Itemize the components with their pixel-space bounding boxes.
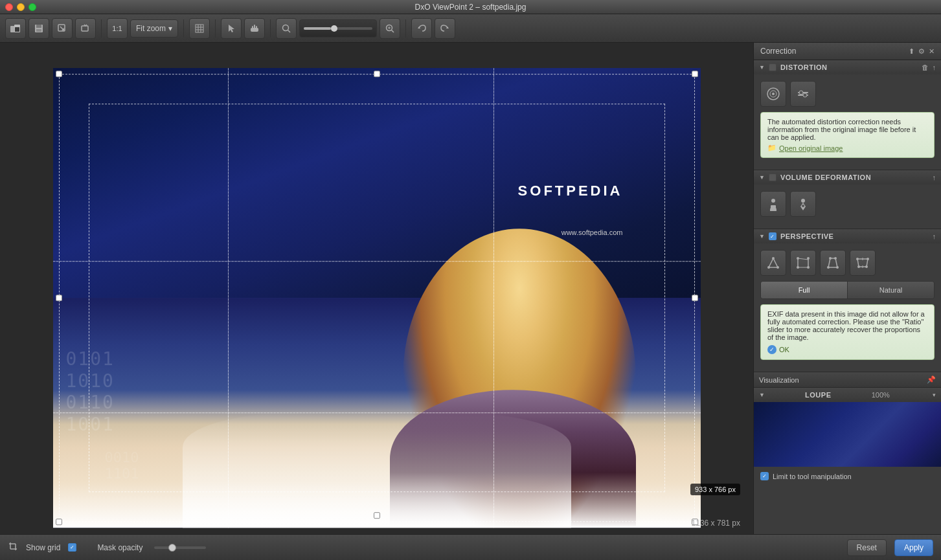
loupe-percent-arrow[interactable]: ▾ bbox=[933, 392, 936, 398]
distortion-section: ▼ DISTORTION 🗑 ↑ bbox=[754, 60, 941, 170]
handle-top-center[interactable] bbox=[374, 71, 380, 77]
svg-rect-4 bbox=[36, 25, 41, 28]
ok-label: OK bbox=[779, 346, 789, 353]
image-background: 0101101001101001 00101101 bbox=[53, 68, 701, 528]
distortion-content: The automated distortion correction need… bbox=[754, 74, 941, 170]
mask-opacity-thumb[interactable] bbox=[168, 544, 176, 552]
loupe-arrow-icon: ▼ bbox=[759, 392, 765, 398]
perspective-section: ▼ ✓ PERSPECTIVE ↑ bbox=[754, 229, 941, 372]
canvas-area[interactable]: 0101101001101001 00101101 SOFTPEDIA www.… bbox=[0, 43, 753, 534]
perspective-tool-4-btn[interactable] bbox=[850, 250, 876, 276]
lens-auto-btn[interactable] bbox=[760, 81, 786, 107]
redo-btn[interactable] bbox=[435, 18, 455, 39]
ok-btn[interactable]: ✓ OK bbox=[767, 345, 927, 354]
select-tool-btn[interactable] bbox=[221, 18, 242, 39]
export-btn[interactable] bbox=[52, 18, 73, 39]
search-zoom-btn[interactable] bbox=[276, 18, 297, 39]
volume-tools bbox=[760, 191, 935, 217]
perspective-up-icon[interactable]: ↑ bbox=[933, 232, 936, 240]
maximize-window-btn[interactable] bbox=[28, 3, 36, 11]
volume-deformation-header[interactable]: ▼ VOLUME DEFORMATION ↑ bbox=[754, 170, 941, 185]
volume-title: VOLUME DEFORMATION bbox=[780, 174, 929, 181]
toolbar-separator-5 bbox=[405, 19, 406, 38]
visualization-title: Visualization bbox=[759, 376, 799, 384]
loupe-preview bbox=[754, 402, 941, 467]
svg-point-61 bbox=[867, 258, 869, 260]
distortion-up-icon[interactable]: ↑ bbox=[933, 63, 936, 71]
perspective-section-header[interactable]: ▼ ✓ PERSPECTIVE ↑ bbox=[754, 229, 941, 243]
svg-point-52 bbox=[807, 266, 810, 269]
reset-btn[interactable]: Reset bbox=[847, 539, 887, 556]
perspective-tool-3-btn[interactable] bbox=[820, 250, 846, 276]
handle-bottom-center[interactable] bbox=[374, 512, 380, 519]
apply-btn[interactable]: Apply bbox=[894, 539, 933, 556]
svg-point-33 bbox=[799, 91, 803, 95]
handle-mid-right[interactable] bbox=[692, 295, 698, 301]
mask-opacity-slider[interactable] bbox=[154, 546, 206, 549]
perspective-tools bbox=[760, 250, 935, 276]
handle-mid-left[interactable] bbox=[56, 295, 62, 301]
minimize-window-btn[interactable] bbox=[17, 3, 25, 11]
perspective-content: Full Natural EXIF data present in this i… bbox=[754, 243, 941, 372]
svg-point-38 bbox=[802, 205, 804, 207]
save-btn[interactable] bbox=[28, 18, 49, 39]
svg-point-56 bbox=[834, 257, 837, 260]
visualization-pin-icon[interactable]: 📌 bbox=[927, 375, 936, 384]
perspective-tool-1-btn[interactable] bbox=[760, 250, 786, 276]
distortion-arrow-icon: ▼ bbox=[759, 64, 765, 71]
main-layout: 0101101001101001 00101101 SOFTPEDIA www.… bbox=[0, 43, 941, 534]
distortion-reset-icon[interactable]: 🗑 bbox=[922, 63, 929, 71]
svg-point-30 bbox=[772, 93, 775, 95]
size-indicator-text: 933 x 766 px bbox=[695, 486, 736, 493]
panel-header-icons: ⬆ ⚙ ✕ bbox=[909, 47, 935, 56]
zoom-1to1-btn[interactable]: 1:1 bbox=[107, 18, 128, 39]
panel-settings-icon[interactable]: ⚙ bbox=[918, 47, 925, 56]
zoom-1to1-label: 1:1 bbox=[112, 25, 122, 32]
grid-btn[interactable] bbox=[189, 18, 210, 39]
fit-zoom-dropdown[interactable]: Fit zoom ▾ bbox=[130, 19, 178, 38]
panel-export-icon[interactable]: ⬆ bbox=[909, 47, 914, 56]
mask-opacity-label: Mask opacity bbox=[97, 543, 142, 552]
zoom-slider[interactable] bbox=[299, 19, 377, 38]
zoom-slider-thumb[interactable] bbox=[331, 25, 337, 32]
export2-btn[interactable] bbox=[75, 18, 96, 39]
svg-line-39 bbox=[769, 258, 773, 267]
distortion-info-box: The automated distortion correction need… bbox=[760, 112, 935, 158]
perspective-tool-2-btn[interactable] bbox=[790, 250, 816, 276]
open-file-btn[interactable] bbox=[5, 18, 26, 39]
crop-icon[interactable] bbox=[8, 541, 18, 554]
handle-bottom-left[interactable] bbox=[56, 519, 62, 525]
search-icon-btn[interactable] bbox=[380, 18, 400, 39]
show-grid-checkbox[interactable]: ✓ bbox=[68, 543, 76, 552]
zoom-slider-track bbox=[304, 27, 372, 30]
volume-up-icon[interactable]: ↑ bbox=[933, 174, 936, 181]
loupe-section: ▼ LOUPE 100% ▾ bbox=[754, 388, 941, 467]
svg-rect-36 bbox=[771, 205, 776, 209]
lens-manual-btn[interactable] bbox=[790, 81, 816, 107]
softpedia-text: SOFTPEDIA bbox=[518, 183, 623, 199]
svg-point-60 bbox=[865, 265, 868, 268]
svg-point-50 bbox=[807, 257, 810, 260]
handle-top-right[interactable] bbox=[692, 71, 698, 77]
natural-mode-btn[interactable]: Natural bbox=[848, 282, 934, 298]
panel-close-icon[interactable]: ✕ bbox=[929, 47, 935, 56]
undo-btn[interactable] bbox=[411, 18, 432, 39]
toolbar-separator-4 bbox=[270, 19, 271, 38]
full-mode-btn[interactable]: Full bbox=[761, 282, 848, 298]
limit-checkbox[interactable]: ✓ bbox=[760, 472, 769, 480]
open-original-link[interactable]: 📁 Open original image bbox=[767, 144, 927, 152]
handle-top-left[interactable] bbox=[56, 71, 62, 77]
limit-row: ✓ Limit to tool manipulation bbox=[754, 467, 941, 486]
open-original-anchor[interactable]: Open original image bbox=[779, 144, 843, 152]
pan-tool-btn[interactable] bbox=[244, 18, 265, 39]
limit-label: Limit to tool manipulation bbox=[773, 473, 852, 480]
svg-point-43 bbox=[777, 266, 779, 269]
perspective-checkbox[interactable]: ✓ bbox=[769, 232, 777, 240]
distortion-section-header[interactable]: ▼ DISTORTION 🗑 ↑ bbox=[754, 60, 941, 74]
distortion-title: DISTORTION bbox=[780, 63, 918, 71]
pin-tool-btn[interactable] bbox=[790, 191, 816, 217]
svg-line-23 bbox=[392, 30, 394, 32]
close-window-btn[interactable] bbox=[5, 3, 13, 11]
svg-marker-15 bbox=[229, 25, 234, 32]
person-tool-btn[interactable] bbox=[760, 191, 786, 217]
